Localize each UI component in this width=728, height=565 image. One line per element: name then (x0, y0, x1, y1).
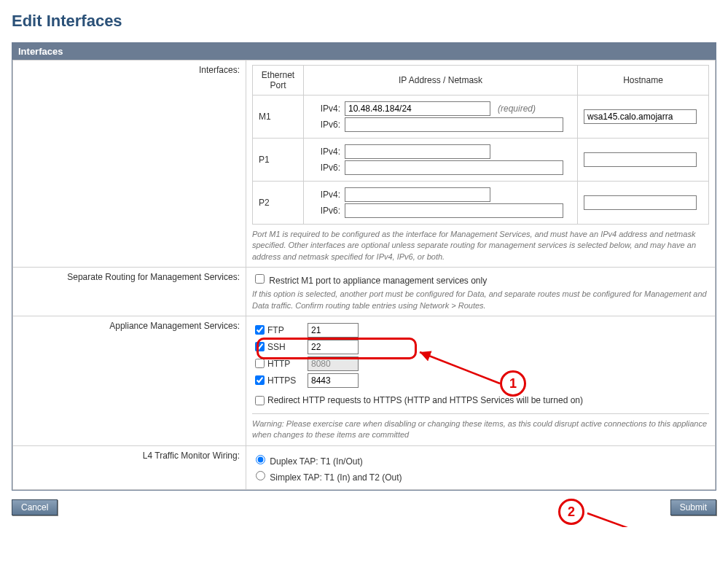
http-label: HTTP (267, 359, 308, 369)
redirect-checkbox[interactable] (255, 396, 265, 405)
interfaces-label: Interfaces: (13, 61, 246, 268)
l4-duplex-label: Duplex TAP: T1 (In/Out) (270, 456, 362, 467)
port-p1-name: P1 (253, 139, 304, 182)
m1-hostname-input[interactable] (584, 109, 697, 124)
redirect-label: Redirect HTTP requests to HTTPS (HTTP an… (267, 395, 583, 405)
restrict-m1-checkbox[interactable] (255, 274, 265, 284)
m1-ipv6-label: IPv6: (310, 120, 340, 130)
col-hostname: Hostname (578, 66, 709, 96)
l4-simplex-label: Simplex TAP: T1 (In) and T2 (Out) (270, 472, 402, 483)
cancel-button[interactable]: Cancel (12, 499, 58, 515)
port-m1-hint: Port M1 is required to be configured as … (252, 229, 709, 262)
iface-row-p2: P2 IPv4: IPv6: (253, 182, 709, 225)
l4-label: L4 Traffic Monitor Wiring: (13, 445, 246, 489)
col-port: Ethernet Port (253, 66, 304, 96)
ssh-port-input[interactable] (308, 340, 359, 354)
ssh-checkbox[interactable] (255, 342, 265, 351)
ftp-port-input[interactable] (308, 323, 359, 338)
panel-header: Interfaces (12, 43, 716, 60)
restrict-m1-hint: If this option is selected, another port… (252, 289, 709, 311)
l4-simplex-radio[interactable] (256, 471, 265, 480)
p2-ipv4-input[interactable] (345, 187, 490, 202)
m1-ipv6-input[interactable] (345, 117, 563, 132)
services-warning: Warning: Please exercise care when disab… (252, 413, 709, 441)
port-p2-name: P2 (253, 182, 304, 225)
http-port-input[interactable] (308, 356, 359, 371)
https-label: HTTPS (267, 375, 308, 386)
interfaces-table: Ethernet Port IP Address / Netmask Hostn… (252, 65, 709, 225)
m1-required: (required) (498, 104, 536, 114)
p2-hostname-input[interactable] (584, 195, 697, 210)
p1-ipv4-input[interactable] (345, 144, 490, 159)
p1-ipv6-label: IPv6: (310, 163, 340, 173)
col-ip: IP Address / Netmask (304, 66, 578, 96)
iface-row-p1: P1 IPv4: IPv6: (253, 139, 709, 182)
separate-routing-label: Separate Routing for Management Services… (13, 268, 246, 316)
p2-ipv6-label: IPv6: (310, 206, 340, 216)
https-checkbox[interactable] (255, 375, 265, 385)
ssh-label: SSH (267, 342, 308, 352)
http-checkbox[interactable] (255, 359, 265, 368)
port-m1-name: M1 (253, 96, 304, 139)
restrict-m1-label: Restrict M1 port to appliance management… (269, 276, 487, 286)
page-title: Edit Interfaces (12, 12, 716, 31)
iface-row-m1: M1 IPv4: (required) IPv6: (253, 96, 709, 139)
ftp-checkbox[interactable] (255, 325, 265, 335)
interfaces-panel: Interfaces Interfaces: Ethernet Port IP … (12, 42, 716, 491)
m1-ipv4-input[interactable] (345, 101, 490, 116)
p2-ipv4-label: IPv4: (310, 190, 340, 200)
l4-duplex-radio[interactable] (256, 455, 265, 464)
svg-line-1 (587, 513, 668, 527)
services-label: Appliance Management Services: (13, 316, 246, 445)
https-port-input[interactable] (308, 373, 359, 388)
p1-hostname-input[interactable] (584, 152, 697, 167)
p1-ipv4-label: IPv4: (310, 147, 340, 157)
submit-button[interactable]: Submit (670, 499, 716, 515)
ftp-label: FTP (267, 325, 308, 335)
p2-ipv6-input[interactable] (345, 203, 563, 218)
m1-ipv4-label: IPv4: (310, 104, 340, 114)
p1-ipv6-input[interactable] (345, 160, 563, 175)
